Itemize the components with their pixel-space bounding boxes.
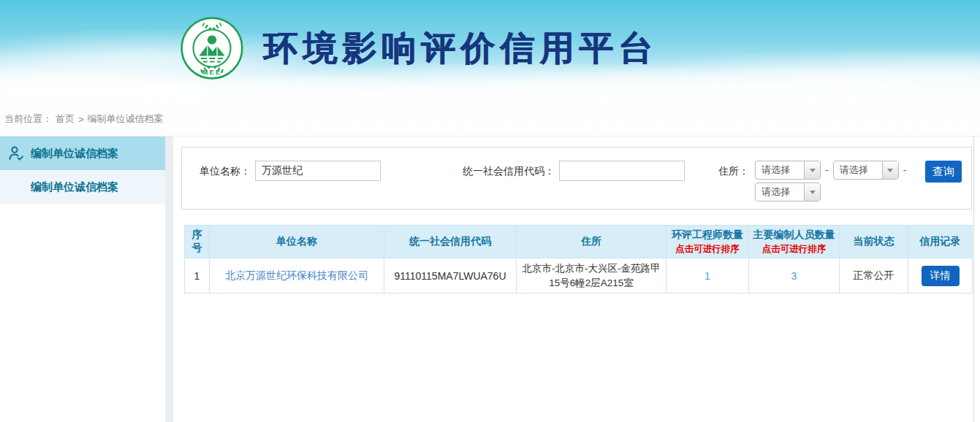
main-content: 单位名称： 统一社会信用代码： 住所： 请选择 - (173, 137, 980, 422)
sidebar-content-divider (165, 137, 173, 422)
breadcrumb-separator: > (78, 114, 84, 125)
credit-code-field: 统一社会信用代码： (463, 161, 685, 181)
site-header: MEE 环境影响评价信用平台 (0, 0, 980, 102)
chevron-down-icon[interactable] (882, 161, 898, 179)
address-field: 住所： 请选择 - 请选择 - (718, 161, 911, 202)
credit-code-label: 统一社会信用代码： (463, 161, 555, 181)
sort-hint[interactable]: 点击可进行排序 (751, 243, 837, 256)
company-name-link[interactable]: 北京万源世纪环保科技有限公司 (225, 269, 368, 281)
address-province-select[interactable]: 请选择 (755, 161, 821, 180)
cell-seq: 1 (185, 258, 210, 294)
chevron-down-icon[interactable] (804, 161, 820, 179)
engineer-count-link[interactable]: 1 (704, 270, 710, 282)
sidebar-item-label: 编制单位诚信档案 (31, 147, 118, 161)
credit-code-input[interactable] (559, 161, 685, 181)
chevron-down-icon[interactable] (804, 183, 820, 201)
header-address: 住所 (517, 226, 666, 258)
content-right-border (973, 137, 974, 422)
breadcrumb-current: 编制单位诚信档案 (88, 112, 164, 126)
mee-logo-icon: MEE (180, 16, 244, 80)
cell-credit-code: 91110115MA7LWUA76U (384, 258, 517, 294)
cell-status: 正常公开 (840, 258, 908, 294)
page-body: 编制单位诚信档案 编制单位诚信档案 单位名称： 统一社会信用代码： 住所： (0, 136, 980, 422)
header-unit-name: 单位名称 (210, 226, 384, 258)
site-title: 环境影响评价信用平台 (263, 26, 658, 72)
table-header-row: 序号 单位名称 统一社会信用代码 住所 环评工程师数量 点击可进行排序 主要编制… (185, 226, 973, 258)
breadcrumb-home-link[interactable]: 首页 (56, 112, 75, 126)
address-city-select[interactable]: 请选择 (833, 161, 899, 180)
unit-name-input[interactable] (255, 161, 381, 181)
brand: MEE 环境影响评价信用平台 (180, 16, 658, 80)
address-selects: 请选择 - 请选择 - 请选择 (755, 161, 911, 202)
logo-mee-text: MEE (202, 69, 222, 76)
sidebar-subitem-unit-credit-archive[interactable]: 编制单位诚信档案 (0, 170, 165, 204)
breadcrumb-label: 当前位置： (4, 112, 52, 126)
unit-name-label: 单位名称： (200, 161, 251, 181)
header-credit-record: 信用记录 (908, 226, 973, 258)
header-engineer-count-sortable[interactable]: 环评工程师数量 点击可进行排序 (666, 226, 749, 258)
header-credit-code: 统一社会信用代码 (384, 226, 517, 258)
table-row: 1 北京万源世纪环保科技有限公司 91110115MA7LWUA76U 北京市-… (185, 258, 973, 294)
search-panel: 单位名称： 统一社会信用代码： 住所： 请选择 - (181, 147, 972, 210)
header-staff-count-sortable[interactable]: 主要编制人员数量 点击可进行排序 (749, 226, 840, 258)
sidebar-item-unit-credit-archive[interactable]: 编制单位诚信档案 (0, 137, 165, 170)
results-table: 序号 单位名称 统一社会信用代码 住所 环评工程师数量 点击可进行排序 主要编制… (184, 225, 973, 294)
unit-name-field: 单位名称： (200, 161, 381, 181)
header-status: 当前状态 (840, 226, 908, 258)
query-button[interactable]: 查询 (925, 161, 962, 183)
address-dash: - (825, 161, 829, 180)
staff-count-link[interactable]: 3 (791, 270, 797, 282)
user-check-icon (7, 145, 25, 162)
sort-hint[interactable]: 点击可进行排序 (669, 243, 746, 256)
breadcrumb: 当前位置： 首页 > 编制单位诚信档案 (0, 102, 980, 136)
sidebar: 编制单位诚信档案 编制单位诚信档案 (0, 137, 165, 422)
sidebar-subitem-label: 编制单位诚信档案 (31, 180, 118, 194)
cell-address: 北京市-北京市-大兴区-金苑路甲15号6幢2层A215室 (517, 258, 666, 294)
address-dash: - (903, 161, 907, 180)
header-seq: 序号 (185, 226, 210, 258)
address-label: 住所： (718, 161, 749, 181)
detail-button[interactable]: 详情 (922, 266, 960, 286)
address-district-select[interactable]: 请选择 (755, 183, 821, 202)
